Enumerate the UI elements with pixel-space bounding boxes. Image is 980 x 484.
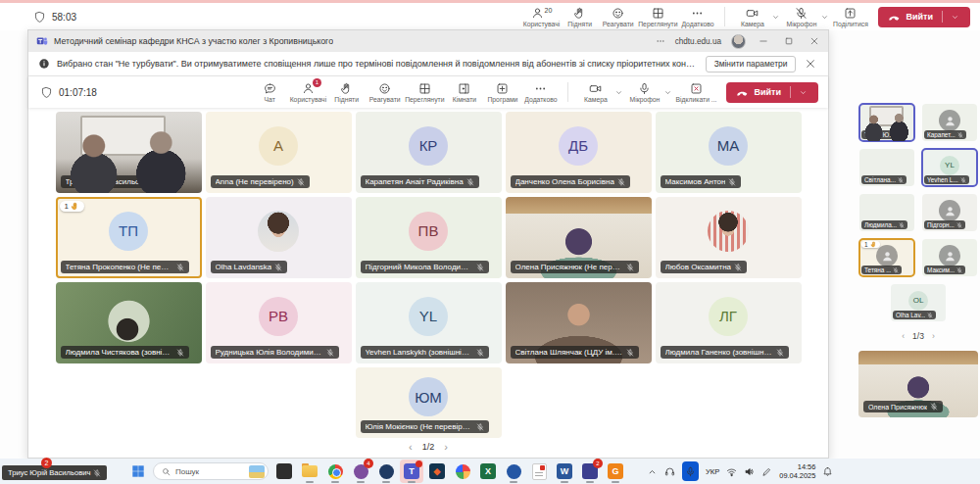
meeting-chat-button[interactable]: Чат xyxy=(252,82,288,103)
outer-leave-button[interactable]: Вийти xyxy=(878,7,970,27)
chevron-down-icon[interactable] xyxy=(771,13,780,22)
meeting-recall-button[interactable]: Відкликати ... xyxy=(675,82,716,103)
outer-share-button[interactable]: Поділитися xyxy=(832,7,868,27)
meeting-mic-button[interactable]: Мікрофон xyxy=(626,82,662,103)
participant-tile[interactable]: Триус Юрій Васильович xyxy=(56,112,202,193)
participant-tile[interactable]: Olha Lavdanska xyxy=(206,197,352,278)
taskbar-clock[interactable]: 14:56 09.04.2025 xyxy=(779,462,815,481)
participant-tile[interactable]: YLYevhen Lanskykh (зовнішній корис... xyxy=(356,282,502,363)
participant-thumbnail[interactable]: Триус Ю... xyxy=(859,104,914,141)
participant-tile[interactable]: Людмила Чистякова (зовнішній ко... xyxy=(56,282,202,363)
participant-tile[interactable]: AAnna (Не перевірено) xyxy=(206,112,352,193)
participant-thumbnail[interactable]: OLOlha Lav... xyxy=(891,284,946,321)
chevron-down-icon[interactable] xyxy=(820,13,829,22)
participant-tile[interactable]: Любов Оксамитна xyxy=(656,197,802,278)
participant-tile[interactable]: КРКарапетян Анаіт Радиківна xyxy=(356,112,502,193)
participant-tile[interactable]: РВРудницька Юлія Володимирівна xyxy=(206,282,352,363)
featured-participant-tile[interactable]: Олена Присяжнюк xyxy=(858,351,978,417)
meeting-participants-button[interactable]: 1Користувачі xyxy=(290,82,327,103)
prev-page-icon[interactable]: ‹ xyxy=(409,441,413,453)
taskbar-app-word[interactable]: W xyxy=(553,460,576,483)
taskbar-app-notepad[interactable] xyxy=(272,460,296,483)
participant-tile[interactable]: ЮМЮлія Мокієнко (Не перевірено) xyxy=(356,367,502,438)
taskbar-app-loop[interactable] xyxy=(374,460,398,483)
hand-icon xyxy=(573,7,586,20)
divider xyxy=(567,82,568,102)
participant-thumbnail[interactable]: Світлана... xyxy=(859,149,914,186)
taskbar-app-chrome[interactable] xyxy=(323,460,347,483)
participant-thumbnail[interactable]: Підгорн... xyxy=(922,194,977,231)
headset-icon[interactable] xyxy=(664,466,675,477)
taskbar-app-app-blue[interactable] xyxy=(502,460,525,483)
speaker-icon[interactable] xyxy=(744,466,755,477)
meeting-camera-button[interactable]: Камера xyxy=(577,82,613,103)
taskbar-app-viber[interactable]: 4 xyxy=(349,460,372,483)
grid-icon xyxy=(418,82,431,95)
taskbar-app-app-navy[interactable]: 2 xyxy=(578,460,602,483)
chevron-down-icon[interactable] xyxy=(614,88,623,97)
notification-close-button[interactable] xyxy=(803,56,818,72)
search-box[interactable]: Пошук xyxy=(153,462,269,480)
participant-tile[interactable]: МАМаксимов Антон xyxy=(656,112,802,193)
participant-thumbnail[interactable]: Максим... xyxy=(922,239,977,276)
chevron-down-icon[interactable] xyxy=(799,88,808,97)
change-settings-button[interactable]: Змінити параметри xyxy=(706,56,797,73)
pip-participant-label[interactable]: Триус Юрій Васильович xyxy=(2,465,107,480)
participant-tile[interactable]: Олена Присяжнюк (Не перевірено) xyxy=(506,197,652,278)
outer-react-button[interactable]: Реагувати xyxy=(600,7,636,27)
taskbar-app-excel[interactable]: X xyxy=(476,460,500,483)
prev-page-icon[interactable]: ‹ xyxy=(902,331,905,341)
participant-tile[interactable]: ДБДанченко Олена Борисівна xyxy=(506,112,652,193)
participant-tile[interactable]: Світлана Шлянчак (ЦДУ ім. Винни... xyxy=(506,282,652,363)
participant-tile[interactable]: ЛГЛюдмила Ганенко (зовнішній кор... xyxy=(656,282,802,363)
tray-date: 09.04.2025 xyxy=(779,471,815,480)
participant-tile[interactable]: ТП1Тетяна Прокопенко (Не перевірен... xyxy=(56,197,202,278)
participant-thumbnail[interactable]: YLYevhen L... xyxy=(922,149,977,186)
avatar[interactable] xyxy=(731,34,746,49)
outer-more-button[interactable]: Додатково xyxy=(679,7,715,27)
mic-tray-button[interactable] xyxy=(682,461,699,481)
outer-camera-button[interactable]: Камера xyxy=(734,7,770,27)
language-indicator[interactable]: УКР xyxy=(706,467,719,476)
participant-thumbnail[interactable]: Людмила... xyxy=(859,194,914,231)
account-name[interactable]: chdtu.edu.ua xyxy=(675,37,721,46)
taskbar-app-teams[interactable]: T xyxy=(400,460,423,483)
chevron-down-icon[interactable] xyxy=(663,88,672,97)
close-button[interactable] xyxy=(807,33,822,49)
start-button[interactable] xyxy=(127,460,149,482)
taskbar-app-app-orange[interactable]: G xyxy=(604,460,627,483)
outer-participants-button[interactable]: 20Користувачі xyxy=(523,7,561,27)
taskbar-app-file-explorer[interactable] xyxy=(298,460,321,483)
meeting-apps-button[interactable]: Програми xyxy=(484,82,520,103)
participant-thumbnail[interactable]: 1Тетяна ... xyxy=(859,239,914,276)
wifi-icon[interactable] xyxy=(726,466,737,477)
participant-name-pill: Триус Юрій Васильович xyxy=(61,175,169,188)
participant-thumbnail[interactable]: Карапет... xyxy=(922,104,977,141)
next-page-icon[interactable]: › xyxy=(444,441,448,453)
meeting-rooms-button[interactable]: Кімнати xyxy=(446,82,482,103)
outer-raise-button[interactable]: Підняти xyxy=(562,7,598,27)
meeting-leave-button[interactable]: Вийти xyxy=(726,82,818,103)
outer-view-button[interactable]: Переглянути xyxy=(638,7,677,27)
meeting-raise-button[interactable]: Підняти xyxy=(328,82,365,103)
taskbar-app-acrobat[interactable] xyxy=(527,460,551,483)
outer-mic-button[interactable]: Мікрофон xyxy=(783,7,819,27)
next-page-icon[interactable]: › xyxy=(932,331,935,341)
outer-meeting-toolbar: 58:03 20КористувачіПіднятиРеагуватиПерег… xyxy=(0,3,980,30)
meeting-more-button[interactable]: Додатково xyxy=(522,82,559,103)
minimize-button[interactable] xyxy=(756,33,771,49)
notifications-bell-icon[interactable] xyxy=(822,466,833,477)
taskbar-app-photos[interactable] xyxy=(451,460,474,483)
pen-icon[interactable] xyxy=(761,466,772,477)
window-titlebar[interactable]: Методичний семінар кафедри КНСА з участю… xyxy=(28,30,828,52)
taskbar-app-matlab[interactable]: ◆ xyxy=(425,460,449,483)
mic-muted-icon xyxy=(899,222,905,228)
maximize-button[interactable] xyxy=(781,33,797,49)
participant-tile[interactable]: ПВПідгорний Микола Володимирович xyxy=(356,197,502,278)
meeting-react-button[interactable]: Реагувати xyxy=(367,82,403,103)
titlebar-more-icon[interactable] xyxy=(656,36,665,46)
meeting-view-button[interactable]: Переглянути xyxy=(405,82,444,103)
chevron-up-icon[interactable] xyxy=(647,466,658,477)
meeting-toolbar: 01:07:18 Чат1КористувачіПіднятиРеагувати… xyxy=(28,76,828,108)
chevron-down-icon[interactable] xyxy=(951,13,959,22)
